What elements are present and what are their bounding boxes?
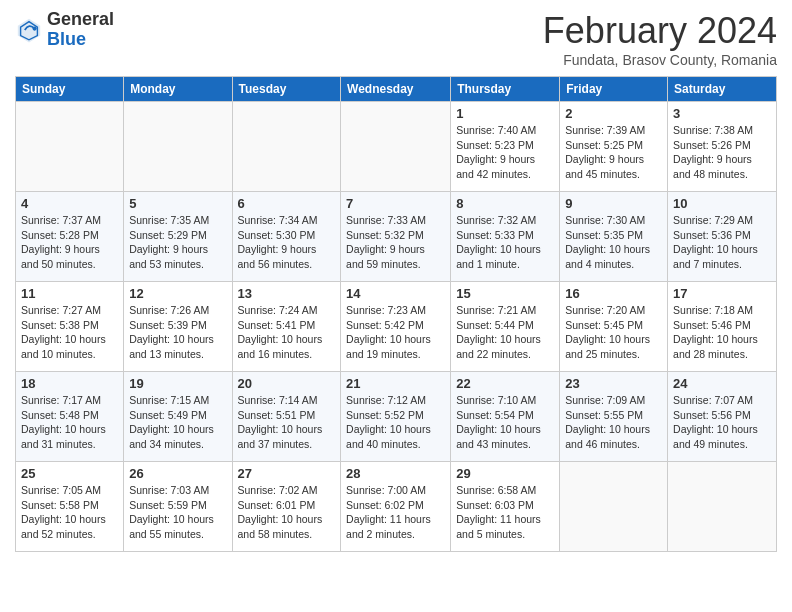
calendar-cell: 20Sunrise: 7:14 AM Sunset: 5:51 PM Dayli… xyxy=(232,372,341,462)
calendar-cell: 14Sunrise: 7:23 AM Sunset: 5:42 PM Dayli… xyxy=(341,282,451,372)
calendar-cell: 28Sunrise: 7:00 AM Sunset: 6:02 PM Dayli… xyxy=(341,462,451,552)
day-number: 18 xyxy=(21,376,118,391)
calendar-cell: 6Sunrise: 7:34 AM Sunset: 5:30 PM Daylig… xyxy=(232,192,341,282)
title-area: February 2024 Fundata, Brasov County, Ro… xyxy=(543,10,777,68)
day-info: Sunrise: 7:33 AM Sunset: 5:32 PM Dayligh… xyxy=(346,213,445,272)
day-info: Sunrise: 6:58 AM Sunset: 6:03 PM Dayligh… xyxy=(456,483,554,542)
logo-blue-text: Blue xyxy=(47,29,86,49)
calendar-cell: 21Sunrise: 7:12 AM Sunset: 5:52 PM Dayli… xyxy=(341,372,451,462)
calendar-cell: 13Sunrise: 7:24 AM Sunset: 5:41 PM Dayli… xyxy=(232,282,341,372)
calendar-cell xyxy=(16,102,124,192)
day-info: Sunrise: 7:34 AM Sunset: 5:30 PM Dayligh… xyxy=(238,213,336,272)
day-info: Sunrise: 7:15 AM Sunset: 5:49 PM Dayligh… xyxy=(129,393,226,452)
calendar-week-row: 4Sunrise: 7:37 AM Sunset: 5:28 PM Daylig… xyxy=(16,192,777,282)
calendar-cell: 17Sunrise: 7:18 AM Sunset: 5:46 PM Dayli… xyxy=(668,282,777,372)
day-number: 4 xyxy=(21,196,118,211)
day-info: Sunrise: 7:17 AM Sunset: 5:48 PM Dayligh… xyxy=(21,393,118,452)
calendar-cell xyxy=(232,102,341,192)
calendar-cell xyxy=(124,102,232,192)
logo-general-text: General xyxy=(47,9,114,29)
calendar-cell: 16Sunrise: 7:20 AM Sunset: 5:45 PM Dayli… xyxy=(560,282,668,372)
day-number: 14 xyxy=(346,286,445,301)
day-info: Sunrise: 7:27 AM Sunset: 5:38 PM Dayligh… xyxy=(21,303,118,362)
calendar-cell xyxy=(560,462,668,552)
calendar-cell: 18Sunrise: 7:17 AM Sunset: 5:48 PM Dayli… xyxy=(16,372,124,462)
svg-point-2 xyxy=(33,26,37,30)
calendar-table: SundayMondayTuesdayWednesdayThursdayFrid… xyxy=(15,76,777,552)
day-header-thursday: Thursday xyxy=(451,77,560,102)
day-number: 6 xyxy=(238,196,336,211)
logo: General Blue xyxy=(15,10,114,50)
calendar-cell xyxy=(341,102,451,192)
day-info: Sunrise: 7:12 AM Sunset: 5:52 PM Dayligh… xyxy=(346,393,445,452)
day-info: Sunrise: 7:09 AM Sunset: 5:55 PM Dayligh… xyxy=(565,393,662,452)
day-number: 22 xyxy=(456,376,554,391)
calendar-cell: 10Sunrise: 7:29 AM Sunset: 5:36 PM Dayli… xyxy=(668,192,777,282)
day-info: Sunrise: 7:35 AM Sunset: 5:29 PM Dayligh… xyxy=(129,213,226,272)
day-info: Sunrise: 7:18 AM Sunset: 5:46 PM Dayligh… xyxy=(673,303,771,362)
calendar-cell: 24Sunrise: 7:07 AM Sunset: 5:56 PM Dayli… xyxy=(668,372,777,462)
calendar-cell: 27Sunrise: 7:02 AM Sunset: 6:01 PM Dayli… xyxy=(232,462,341,552)
calendar-cell: 15Sunrise: 7:21 AM Sunset: 5:44 PM Dayli… xyxy=(451,282,560,372)
day-info: Sunrise: 7:23 AM Sunset: 5:42 PM Dayligh… xyxy=(346,303,445,362)
day-info: Sunrise: 7:26 AM Sunset: 5:39 PM Dayligh… xyxy=(129,303,226,362)
day-number: 10 xyxy=(673,196,771,211)
day-number: 15 xyxy=(456,286,554,301)
day-number: 28 xyxy=(346,466,445,481)
day-header-monday: Monday xyxy=(124,77,232,102)
day-header-sunday: Sunday xyxy=(16,77,124,102)
day-number: 12 xyxy=(129,286,226,301)
day-info: Sunrise: 7:00 AM Sunset: 6:02 PM Dayligh… xyxy=(346,483,445,542)
calendar-cell: 22Sunrise: 7:10 AM Sunset: 5:54 PM Dayli… xyxy=(451,372,560,462)
day-number: 27 xyxy=(238,466,336,481)
calendar-cell: 26Sunrise: 7:03 AM Sunset: 5:59 PM Dayli… xyxy=(124,462,232,552)
calendar-cell: 25Sunrise: 7:05 AM Sunset: 5:58 PM Dayli… xyxy=(16,462,124,552)
day-number: 5 xyxy=(129,196,226,211)
day-info: Sunrise: 7:30 AM Sunset: 5:35 PM Dayligh… xyxy=(565,213,662,272)
location-subtitle: Fundata, Brasov County, Romania xyxy=(543,52,777,68)
day-number: 26 xyxy=(129,466,226,481)
day-number: 17 xyxy=(673,286,771,301)
day-number: 9 xyxy=(565,196,662,211)
calendar-week-row: 11Sunrise: 7:27 AM Sunset: 5:38 PM Dayli… xyxy=(16,282,777,372)
day-info: Sunrise: 7:37 AM Sunset: 5:28 PM Dayligh… xyxy=(21,213,118,272)
day-number: 2 xyxy=(565,106,662,121)
day-number: 29 xyxy=(456,466,554,481)
day-info: Sunrise: 7:40 AM Sunset: 5:23 PM Dayligh… xyxy=(456,123,554,182)
calendar-cell: 11Sunrise: 7:27 AM Sunset: 5:38 PM Dayli… xyxy=(16,282,124,372)
day-number: 19 xyxy=(129,376,226,391)
day-header-saturday: Saturday xyxy=(668,77,777,102)
day-info: Sunrise: 7:39 AM Sunset: 5:25 PM Dayligh… xyxy=(565,123,662,182)
day-number: 13 xyxy=(238,286,336,301)
calendar-cell: 4Sunrise: 7:37 AM Sunset: 5:28 PM Daylig… xyxy=(16,192,124,282)
calendar-cell: 7Sunrise: 7:33 AM Sunset: 5:32 PM Daylig… xyxy=(341,192,451,282)
day-info: Sunrise: 7:05 AM Sunset: 5:58 PM Dayligh… xyxy=(21,483,118,542)
calendar-header-row: SundayMondayTuesdayWednesdayThursdayFrid… xyxy=(16,77,777,102)
day-number: 16 xyxy=(565,286,662,301)
day-number: 8 xyxy=(456,196,554,211)
calendar-cell xyxy=(668,462,777,552)
day-number: 23 xyxy=(565,376,662,391)
day-number: 11 xyxy=(21,286,118,301)
calendar-cell: 3Sunrise: 7:38 AM Sunset: 5:26 PM Daylig… xyxy=(668,102,777,192)
calendar-cell: 23Sunrise: 7:09 AM Sunset: 5:55 PM Dayli… xyxy=(560,372,668,462)
day-number: 21 xyxy=(346,376,445,391)
calendar-week-row: 18Sunrise: 7:17 AM Sunset: 5:48 PM Dayli… xyxy=(16,372,777,462)
day-info: Sunrise: 7:29 AM Sunset: 5:36 PM Dayligh… xyxy=(673,213,771,272)
calendar-cell: 9Sunrise: 7:30 AM Sunset: 5:35 PM Daylig… xyxy=(560,192,668,282)
day-info: Sunrise: 7:24 AM Sunset: 5:41 PM Dayligh… xyxy=(238,303,336,362)
calendar-cell: 2Sunrise: 7:39 AM Sunset: 5:25 PM Daylig… xyxy=(560,102,668,192)
day-header-tuesday: Tuesday xyxy=(232,77,341,102)
calendar-week-row: 25Sunrise: 7:05 AM Sunset: 5:58 PM Dayli… xyxy=(16,462,777,552)
day-info: Sunrise: 7:32 AM Sunset: 5:33 PM Dayligh… xyxy=(456,213,554,272)
day-number: 24 xyxy=(673,376,771,391)
day-info: Sunrise: 7:21 AM Sunset: 5:44 PM Dayligh… xyxy=(456,303,554,362)
day-header-friday: Friday xyxy=(560,77,668,102)
calendar-cell: 29Sunrise: 6:58 AM Sunset: 6:03 PM Dayli… xyxy=(451,462,560,552)
header: General Blue February 2024 Fundata, Bras… xyxy=(15,10,777,68)
day-info: Sunrise: 7:20 AM Sunset: 5:45 PM Dayligh… xyxy=(565,303,662,362)
calendar-cell: 12Sunrise: 7:26 AM Sunset: 5:39 PM Dayli… xyxy=(124,282,232,372)
day-header-wednesday: Wednesday xyxy=(341,77,451,102)
calendar-cell: 5Sunrise: 7:35 AM Sunset: 5:29 PM Daylig… xyxy=(124,192,232,282)
day-info: Sunrise: 7:10 AM Sunset: 5:54 PM Dayligh… xyxy=(456,393,554,452)
